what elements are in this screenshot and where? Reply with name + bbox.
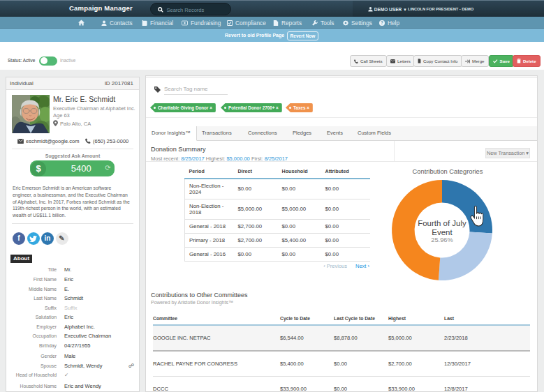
svg-text:?: ? bbox=[381, 20, 383, 25]
